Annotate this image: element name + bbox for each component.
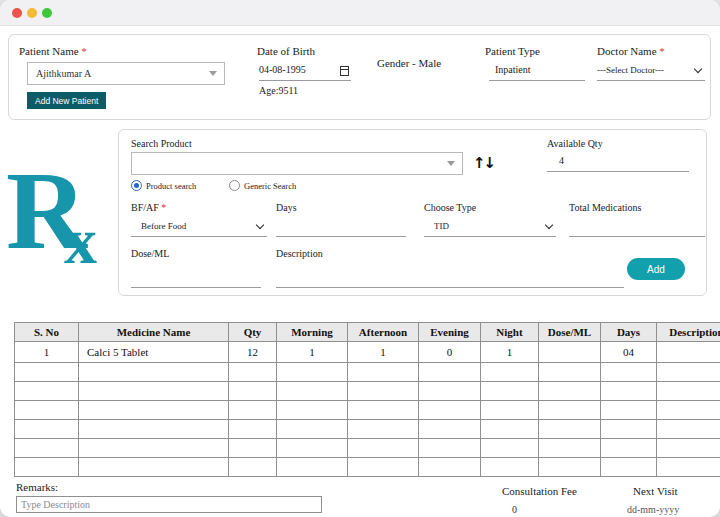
patient-name-select[interactable]: Ajithkumar A xyxy=(27,62,225,85)
doctor-select-value: ---Select Doctor--- xyxy=(597,65,664,75)
radio-unselected-icon[interactable] xyxy=(229,180,240,191)
col-dose-ml: Dose/ML xyxy=(539,323,601,342)
dob-input[interactable]: 04-08-1995 xyxy=(259,61,351,81)
col-afternoon: Afternoon xyxy=(348,323,419,342)
choose-type-value: TID xyxy=(434,221,449,231)
remarks-input[interactable] xyxy=(16,496,322,513)
chevron-down-icon xyxy=(256,221,264,229)
days-input[interactable] xyxy=(276,217,406,237)
cell-morning: 1 xyxy=(277,342,348,363)
empty-table-row xyxy=(15,401,720,420)
cell-evening: 0 xyxy=(419,342,481,363)
window-titlebar xyxy=(0,0,720,26)
add-new-patient-button[interactable]: Add New Patient xyxy=(27,92,106,109)
bfaf-select-value: Before Food xyxy=(141,221,186,231)
total-medications-label: Total Medications xyxy=(569,202,641,213)
available-qty-value: 4 xyxy=(559,155,564,166)
available-qty-input[interactable]: 4 xyxy=(547,152,689,172)
patient-name-value: Ajithkumar A xyxy=(36,68,91,79)
product-search-radio-label: Product search xyxy=(146,181,196,191)
cell-dose-ml xyxy=(539,342,601,363)
dose-ml-label: Dose/ML xyxy=(131,248,169,259)
medicine-table: S. No Medicine Name Qty Morning Afternoo… xyxy=(14,322,720,477)
empty-table-row xyxy=(15,382,720,401)
cell-days: 04 xyxy=(601,342,657,363)
consultation-fee-value: 0 xyxy=(512,504,517,515)
chevron-down-icon xyxy=(545,221,553,229)
product-search-radio[interactable]: Product search xyxy=(131,180,196,191)
patient-type-input[interactable]: Inpatient xyxy=(489,61,585,81)
table-row: 1 Calci 5 Tablet 12 1 1 0 1 04 xyxy=(15,342,720,363)
desktop-background: Patient Name * Ajithkumar A Add New Pati… xyxy=(0,0,720,517)
chevron-down-icon xyxy=(694,65,702,73)
col-evening: Evening xyxy=(419,323,481,342)
col-medicine-name: Medicine Name xyxy=(79,323,229,342)
days-label: Days xyxy=(276,202,297,213)
empty-table-row xyxy=(15,420,720,439)
next-visit-date-input[interactable]: dd-mm-yyyy xyxy=(627,504,679,515)
total-medications-input[interactable] xyxy=(569,217,705,237)
doctor-name-label: Doctor Name * xyxy=(597,45,665,57)
radio-selected-icon[interactable] xyxy=(131,180,142,191)
minimize-window-button[interactable] xyxy=(27,8,37,18)
choose-type-label: Choose Type xyxy=(424,202,476,213)
col-morning: Morning xyxy=(277,323,348,342)
col-night: Night xyxy=(481,323,539,342)
col-qty: Qty xyxy=(229,323,277,342)
rx-logo-x: x xyxy=(64,208,97,274)
age-text: Age:9511 xyxy=(259,85,298,96)
search-product-select[interactable] xyxy=(131,152,463,175)
maximize-window-button[interactable] xyxy=(42,8,52,18)
choose-type-select[interactable]: TID xyxy=(424,217,556,237)
cell-description xyxy=(657,342,720,363)
rx-logo: R x xyxy=(6,168,124,293)
cell-medicine-name: Calci 5 Tablet xyxy=(79,342,229,363)
bfaf-select[interactable]: Before Food xyxy=(131,217,267,237)
empty-table-row xyxy=(15,363,720,382)
empty-table-row xyxy=(15,439,720,458)
app-window: Patient Name * Ajithkumar A Add New Pati… xyxy=(0,0,720,517)
required-asterisk: * xyxy=(161,202,166,213)
close-window-button[interactable] xyxy=(12,8,22,18)
cell-afternoon: 1 xyxy=(348,342,419,363)
dose-ml-input[interactable] xyxy=(131,268,261,288)
patient-name-label: Patient Name * xyxy=(19,45,87,57)
prescription-form-panel: Search Product ↑↓ Available Qty 4 Produc… xyxy=(118,129,707,296)
empty-table-row xyxy=(15,458,720,477)
required-asterisk: * xyxy=(81,45,87,57)
cell-qty: 12 xyxy=(229,342,277,363)
col-sno: S. No xyxy=(15,323,79,342)
description-input[interactable] xyxy=(276,268,624,288)
table-header-row: S. No Medicine Name Qty Morning Afternoo… xyxy=(15,323,720,342)
next-visit-label: Next Visit xyxy=(633,485,678,497)
generic-search-radio[interactable]: Generic Search xyxy=(229,180,296,191)
cell-night: 1 xyxy=(481,342,539,363)
medicine-table-wrap: S. No Medicine Name Qty Morning Afternoo… xyxy=(14,322,720,478)
bfaf-label: BF/AF * xyxy=(131,202,166,213)
patient-type-label: Patient Type xyxy=(485,45,540,57)
gender-text: Gender - Male xyxy=(377,57,441,69)
generic-search-radio-label: Generic Search xyxy=(244,181,296,191)
col-days: Days xyxy=(601,323,657,342)
patient-info-panel: Patient Name * Ajithkumar A Add New Pati… xyxy=(8,34,711,120)
add-medicine-button[interactable]: Add xyxy=(627,258,685,280)
dob-label: Date of Birth xyxy=(257,45,315,57)
patient-type-value: Inpatient xyxy=(495,64,531,75)
sort-arrows-icon[interactable]: ↑↓ xyxy=(473,154,494,172)
remarks-label: Remarks: xyxy=(16,481,58,493)
search-product-label: Search Product xyxy=(131,138,192,149)
col-description: Description xyxy=(657,323,720,342)
calendar-icon[interactable] xyxy=(340,66,349,76)
consultation-fee-label: Consultation Fee xyxy=(502,485,577,497)
doctor-select[interactable]: ---Select Doctor--- xyxy=(597,61,705,81)
chevron-down-icon xyxy=(447,161,455,166)
required-asterisk: * xyxy=(659,45,665,57)
description-label: Description xyxy=(276,248,323,259)
chevron-down-icon xyxy=(209,71,217,76)
cell-sno: 1 xyxy=(15,342,79,363)
available-qty-label: Available Qty xyxy=(547,138,603,149)
dob-value: 04-08-1995 xyxy=(259,64,306,75)
